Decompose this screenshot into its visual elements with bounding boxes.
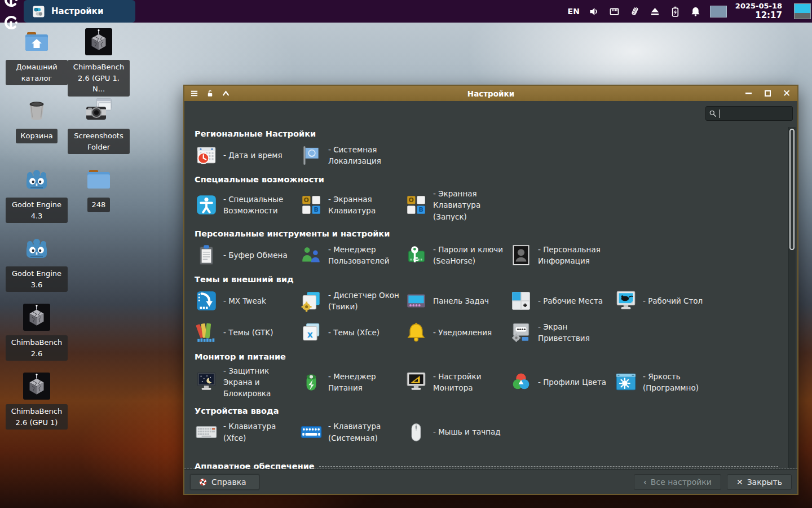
settings-toggles-icon: [32, 5, 46, 19]
settings-item[interactable]: - Темы (GTK): [195, 319, 299, 345]
settings-item[interactable]: OB- Экранная Клавиатура (Запуск): [404, 188, 509, 222]
settings-item[interactable]: - Защитник Экрана и Блокировка: [195, 365, 299, 400]
settings-item-label: - Диспетчер Окон (Твики): [328, 290, 401, 313]
close-x-icon: ✕: [736, 478, 743, 486]
desktop-icon-label: Godot Engine 3.6: [6, 266, 68, 292]
battery-icon[interactable]: [669, 6, 681, 17]
settings-item[interactable]: - Дата и время: [195, 142, 299, 168]
settings-item[interactable]: - Экран Приветствия: [509, 319, 614, 345]
close-button[interactable]: ✕: [783, 90, 791, 98]
workspace-pager[interactable]: [710, 6, 727, 17]
settings-item[interactable]: - Рабочий Стол: [614, 288, 719, 314]
lifering-icon: [198, 478, 208, 487]
scrollbar[interactable]: [788, 127, 796, 468]
launcher-logo-1[interactable]: [0, 0, 21, 11]
settings-item[interactable]: OB- Экранная Клавиатура: [299, 188, 404, 222]
brightness-icon: [614, 370, 638, 394]
desktop-settings-icon: [614, 289, 638, 313]
desktop-icon[interactable]: ChimbaBench 2.6: [6, 304, 68, 373]
mouse-icon: [404, 421, 428, 444]
settings-item[interactable]: - Рабочие Места: [509, 288, 614, 314]
desktop-icon-column-2: ChimbaBench 2.6 (GPU 1, N...Screenshoots…: [68, 28, 130, 235]
clipboard-manager-icon[interactable]: [629, 6, 641, 17]
settings-item-label: - Мышь и тачпад: [433, 426, 501, 437]
desktop-icon[interactable]: Screenshoots Folder: [68, 97, 130, 166]
desktop-icon-label: Godot Engine 4.3: [6, 198, 68, 223]
themes-gtk-icon: [195, 321, 218, 344]
desktop-icon[interactable]: ChimbaBench 2.6 (GPU 1): [6, 373, 68, 441]
maximize-button[interactable]: [764, 90, 771, 98]
settings-item[interactable]: - Диспетчер Окон (Твики): [299, 288, 404, 314]
tray-icons: [588, 6, 701, 17]
unlock-icon[interactable]: [206, 89, 214, 98]
settings-item[interactable]: - Специальные Возможности: [195, 188, 299, 222]
language-indicator[interactable]: EN: [568, 7, 580, 16]
desktop-icon[interactable]: ChimbaBench 2.6 (GPU 1, N...: [68, 28, 130, 97]
close-label: Закрыть: [747, 478, 782, 487]
launcher-logo-2[interactable]: [0, 11, 21, 34]
settings-item[interactable]: x- Темы (Xfce): [299, 319, 404, 345]
panel-widget[interactable]: [794, 3, 811, 19]
settings-item[interactable]: - Профили Цвета: [509, 365, 614, 400]
svg-text:B: B: [314, 207, 318, 214]
settings-item[interactable]: - Пароли и ключи (SeaHorse): [404, 242, 509, 268]
minimize-button[interactable]: [744, 90, 752, 98]
notifications-icon[interactable]: [690, 6, 701, 17]
section-title: Персональные инструменты и настройки: [195, 229, 725, 238]
mugshot-icon: [509, 243, 533, 267]
settings-item[interactable]: - MX Tweak: [195, 288, 299, 314]
close-window-button[interactable]: ✕ Закрыть: [727, 474, 792, 490]
settings-item[interactable]: - Клавиатура (Xfce): [195, 419, 299, 445]
eject-icon[interactable]: [649, 6, 661, 17]
footer-bar: Справка ‹ Все настройки ✕ Закрыть: [184, 469, 797, 494]
all-settings-label: Все настройки: [651, 478, 712, 487]
dashed-divider: [319, 466, 778, 467]
settings-item-label: - Специальные Возможности: [223, 194, 296, 217]
settings-window: Настройки ✕ Региональные Настройки- Дата…: [183, 85, 798, 495]
settings-item[interactable]: - Уведомления: [404, 319, 509, 345]
settings-item[interactable]: - Настройки Монитора: [404, 365, 509, 400]
settings-item[interactable]: Панель Задач: [404, 288, 509, 314]
workspaces-icon: [509, 289, 533, 313]
clock[interactable]: 2025-05-18 12:17: [735, 2, 782, 20]
desktop-icon-label: ChimbaBench 2.6: [6, 335, 68, 361]
settings-item[interactable]: - Яркость (Программно): [614, 365, 719, 400]
taskbar-item-settings[interactable]: Настройки: [24, 0, 135, 23]
section-title: Темы и внешний вид: [195, 275, 725, 284]
desktop-icon-label: Screenshoots Folder: [68, 129, 130, 154]
volume-icon[interactable]: [588, 6, 600, 17]
locale-flag-icon: [299, 143, 323, 167]
window-menu-icon[interactable]: [190, 89, 198, 98]
svg-text:x: x: [307, 329, 313, 340]
settings-item[interactable]: - Персональная Информация: [509, 242, 614, 268]
desktop-icon[interactable]: Godot Engine 4.3: [6, 166, 68, 235]
settings-item-label: - Защитник Экрана и Блокировка: [223, 365, 296, 400]
keyboard-xfce-icon: [195, 421, 218, 444]
settings-item[interactable]: - Буфер Обмена: [195, 242, 299, 268]
desktop-icon[interactable]: Корзина: [6, 97, 68, 166]
desktop-icon-label: Домашний каталог: [6, 60, 68, 85]
network-icon[interactable]: [608, 6, 620, 17]
scrollbar-thumb[interactable]: [789, 129, 795, 250]
desktop-icon[interactable]: 248: [68, 166, 130, 235]
chimba-cube-icon: [23, 304, 50, 331]
collapse-icon[interactable]: [222, 89, 230, 98]
settings-item[interactable]: - Мышь и тачпад: [404, 419, 509, 445]
window-tweaks-icon: [299, 289, 323, 313]
search-box[interactable]: [705, 106, 793, 121]
search-input[interactable]: [722, 110, 789, 118]
settings-item[interactable]: - Менеджер Питания: [299, 365, 404, 400]
desktop-icon[interactable]: Домашний каталог: [6, 28, 68, 97]
screensaver-icon: [195, 370, 218, 394]
settings-item[interactable]: - Клавиатура (Системная): [299, 419, 404, 445]
launchers: [0, 0, 21, 34]
all-settings-button[interactable]: ‹ Все настройки: [634, 474, 721, 490]
settings-item-label: - Клавиатура (Xfce): [223, 421, 296, 444]
desktop-icon[interactable]: Godot Engine 3.6: [6, 235, 68, 304]
settings-item[interactable]: - Менеджер Пользователей: [299, 242, 404, 268]
settings-item[interactable]: - Системная Локализация: [299, 142, 404, 168]
help-button[interactable]: Справка: [190, 474, 259, 490]
users-icon: [299, 243, 323, 267]
settings-item-label: - Профили Цвета: [538, 376, 606, 388]
titlebar[interactable]: Настройки ✕: [184, 86, 797, 101]
